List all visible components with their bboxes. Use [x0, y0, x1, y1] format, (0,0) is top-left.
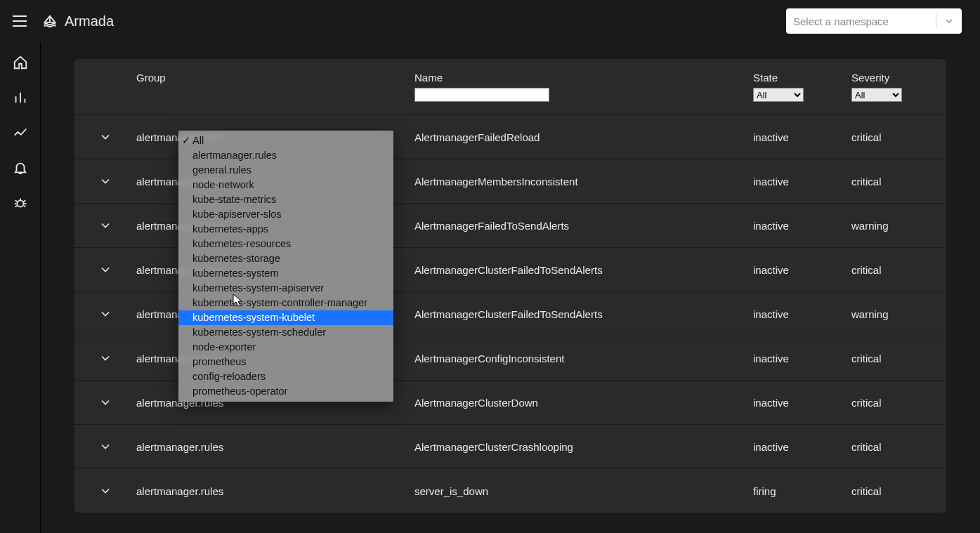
cell-name: AlertmanagerClusterDown	[414, 397, 753, 409]
cell-name: AlertmanagerClusterCrashlooping	[414, 441, 753, 453]
state-label: State	[753, 72, 851, 84]
sidebar	[0, 42, 41, 533]
cell-state: inactive	[753, 264, 851, 276]
metrics-icon[interactable]	[13, 125, 28, 140]
filters-row: Group Name State All Severity All	[74, 59, 946, 114]
cell-severity: critical	[851, 397, 950, 409]
group-option[interactable]: prometheus-operator	[178, 384, 393, 399]
logo-icon	[42, 13, 58, 29]
cell-state: inactive	[753, 176, 851, 187]
cell-severity: critical	[851, 131, 950, 143]
bar-chart-icon[interactable]	[13, 90, 28, 105]
group-option[interactable]: kubernetes-system	[178, 266, 393, 281]
group-option[interactable]: kubernetes-system-controller-manager	[178, 296, 393, 310]
divider	[936, 14, 936, 28]
cell-severity: critical	[851, 441, 950, 453]
cell-name: AlertmanagerClusterFailedToSendAlerts	[414, 308, 753, 320]
cell-state: firing	[753, 485, 851, 497]
expand-button[interactable]	[74, 440, 136, 454]
cell-severity: warning	[851, 308, 950, 320]
cell-state: inactive	[753, 220, 851, 232]
name-label: Name	[414, 72, 753, 84]
group-label: Group	[136, 72, 414, 84]
filter-state: State All	[753, 72, 851, 102]
brand: Armada	[42, 13, 114, 29]
group-option[interactable]: kubernetes-system-apiserver	[178, 281, 393, 296]
cell-state: inactive	[753, 353, 851, 364]
app-title: Armada	[65, 13, 114, 29]
severity-label: Severity	[851, 72, 950, 84]
topbar: Armada Select a namespace	[0, 0, 980, 42]
group-option[interactable]: kubernetes-system-kubelet	[178, 310, 393, 325]
group-option[interactable]: alertmanager.rules	[178, 148, 393, 163]
home-icon[interactable]	[13, 55, 28, 70]
cell-group: alertmanager.rules	[136, 485, 414, 497]
svg-point-0	[17, 200, 23, 206]
cell-severity: warning	[851, 220, 950, 232]
cell-name: AlertmanagerMembersInconsistent	[414, 176, 753, 187]
expand-button[interactable]	[74, 484, 136, 498]
cell-severity: critical	[851, 353, 950, 364]
group-option[interactable]: config-reloaders	[178, 369, 393, 384]
group-option[interactable]: kubernetes-system-scheduler	[178, 325, 393, 340]
expand-button[interactable]	[74, 395, 136, 409]
cell-group: alertmanager.rules	[136, 441, 414, 453]
name-input[interactable]	[414, 88, 549, 102]
group-option[interactable]: All	[178, 133, 393, 148]
group-option[interactable]: kubernetes-resources	[178, 237, 393, 251]
group-dropdown[interactable]: Allalertmanager.rulesgeneral.rulesnode-n…	[178, 131, 393, 402]
group-option[interactable]: kubernetes-storage	[178, 251, 393, 266]
cell-state: inactive	[753, 397, 851, 409]
cell-name: AlertmanagerConfigInconsistent	[414, 353, 753, 364]
bug-icon[interactable]	[13, 195, 28, 211]
group-option[interactable]: kube-state-metrics	[178, 192, 393, 207]
namespace-placeholder: Select a namespace	[793, 15, 889, 27]
bell-icon[interactable]	[13, 160, 28, 176]
cell-severity: critical	[851, 176, 950, 187]
cell-state: inactive	[753, 308, 851, 320]
expand-button[interactable]	[74, 263, 136, 277]
filter-group: Group	[136, 72, 414, 88]
severity-select[interactable]: All	[851, 88, 902, 102]
chevron-down-icon	[943, 15, 955, 27]
namespace-select[interactable]: Select a namespace	[786, 8, 962, 34]
group-option[interactable]: node-network	[178, 178, 393, 192]
expand-button[interactable]	[74, 130, 136, 144]
expand-button[interactable]	[74, 307, 136, 321]
cell-name: AlertmanagerFailedReload	[414, 131, 753, 143]
expand-button[interactable]	[74, 351, 136, 365]
filter-name: Name	[414, 72, 753, 102]
alert-row[interactable]: alertmanager.rulesserver_is_downfiringcr…	[74, 468, 946, 513]
filter-severity: Severity All	[851, 72, 950, 102]
cell-name: AlertmanagerClusterFailedToSendAlerts	[414, 264, 753, 276]
cell-severity: critical	[851, 485, 950, 497]
group-option[interactable]: kube-apiserver-slos	[178, 207, 393, 222]
cell-state: inactive	[753, 441, 851, 453]
cell-severity: critical	[851, 264, 950, 276]
group-option[interactable]: prometheus	[178, 355, 393, 369]
alert-row[interactable]: alertmanager.rulesAlertmanagerClusterCra…	[74, 424, 946, 468]
group-option[interactable]: general.rules	[178, 163, 393, 178]
group-option[interactable]: node-exporter	[178, 340, 393, 355]
group-option[interactable]: kubernetes-apps	[178, 222, 393, 237]
cell-name: AlertmanagerFailedToSendAlerts	[414, 220, 753, 232]
expand-button[interactable]	[74, 218, 136, 232]
cell-state: inactive	[753, 131, 851, 143]
cell-name: server_is_down	[414, 485, 753, 497]
state-select[interactable]: All	[753, 88, 804, 102]
expand-button[interactable]	[74, 174, 136, 188]
menu-button[interactable]	[11, 13, 28, 29]
